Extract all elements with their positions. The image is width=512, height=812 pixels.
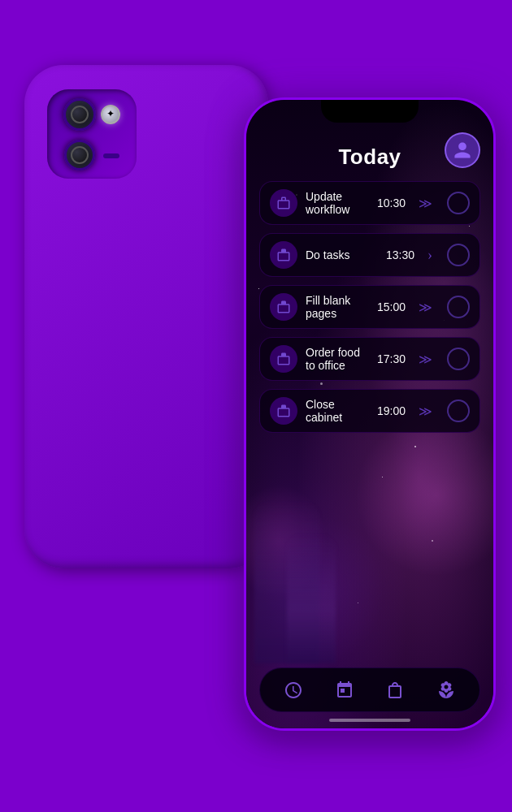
task-chevron-5: ≫	[419, 404, 432, 419]
task-icon-3	[270, 293, 297, 321]
task-icon-1	[270, 189, 297, 217]
task-icon-4	[270, 345, 297, 373]
task-time-3: 15:00	[377, 300, 406, 313]
nav-calendar[interactable]	[327, 672, 362, 708]
bag-icon	[385, 680, 405, 700]
briefcase-icon	[276, 196, 291, 210]
task-name-1: Update workflow	[306, 190, 369, 216]
task-item-1[interactable]: Update workflow 10:30 ≫	[259, 181, 480, 225]
task-name-3: Fill blank pages	[306, 294, 369, 320]
task-name-5: Close cabinet	[306, 398, 369, 424]
task-item-2[interactable]: Do tasks 13:30 ›	[259, 233, 480, 277]
camera-module: ✦	[47, 89, 137, 179]
phone-front: Today Update workflow 10:30 ≫	[244, 97, 496, 731]
task-time-5: 19:00	[377, 404, 406, 417]
nav-flower[interactable]	[428, 672, 464, 708]
phone-back: ✦	[24, 65, 268, 568]
task-item-5[interactable]: Close cabinet 19:00 ≫	[259, 389, 480, 433]
camera-lens-main	[63, 98, 96, 131]
task-checkbox-2[interactable]	[447, 244, 470, 266]
task-checkbox-4[interactable]	[447, 348, 470, 370]
camera-detail	[103, 153, 119, 158]
camera-flash: ✦	[101, 105, 120, 124]
home-indicator	[329, 719, 410, 722]
briefcase-icon-5	[276, 404, 291, 418]
briefcase-icon-2	[276, 248, 291, 262]
task-checkbox-3[interactable]	[447, 296, 470, 318]
task-checkbox-1[interactable]	[447, 192, 470, 214]
nav-clock[interactable]	[276, 672, 311, 708]
flower-icon	[436, 680, 456, 700]
task-time-1: 10:30	[377, 197, 406, 209]
task-time-2: 13:30	[386, 248, 414, 261]
phone-screen: Today Update workflow 10:30 ≫	[246, 100, 493, 728]
task-chevron-1: ≫	[419, 196, 432, 211]
pillar-2	[287, 533, 336, 663]
task-item-4[interactable]: Order food to office 17:30 ≫	[259, 337, 480, 381]
task-chevron-2: ›	[427, 247, 432, 264]
task-time-4: 17:30	[377, 352, 406, 365]
task-icon-2	[270, 241, 297, 269]
task-chevron-4: ≫	[419, 352, 432, 367]
task-list: Update workflow 10:30 ≫ Do tasks 13:30 ›	[259, 181, 480, 433]
briefcase-icon-3	[276, 300, 291, 314]
clock-icon	[284, 680, 303, 700]
camera-lens-secondary	[64, 140, 95, 171]
notch	[321, 100, 419, 123]
task-name-4: Order food to office	[306, 346, 369, 372]
nav-bag[interactable]	[377, 672, 413, 708]
user-avatar-button[interactable]	[445, 132, 480, 168]
briefcase-icon-4	[276, 352, 291, 366]
task-item-3[interactable]: Fill blank pages 15:00 ≫	[259, 285, 480, 329]
task-chevron-3: ≫	[419, 300, 432, 315]
task-checkbox-5[interactable]	[447, 400, 470, 422]
person-icon	[453, 140, 472, 160]
bottom-navigation	[259, 667, 480, 712]
task-icon-5	[270, 397, 297, 425]
calendar-icon	[335, 680, 354, 700]
task-name-2: Do tasks	[306, 248, 378, 261]
